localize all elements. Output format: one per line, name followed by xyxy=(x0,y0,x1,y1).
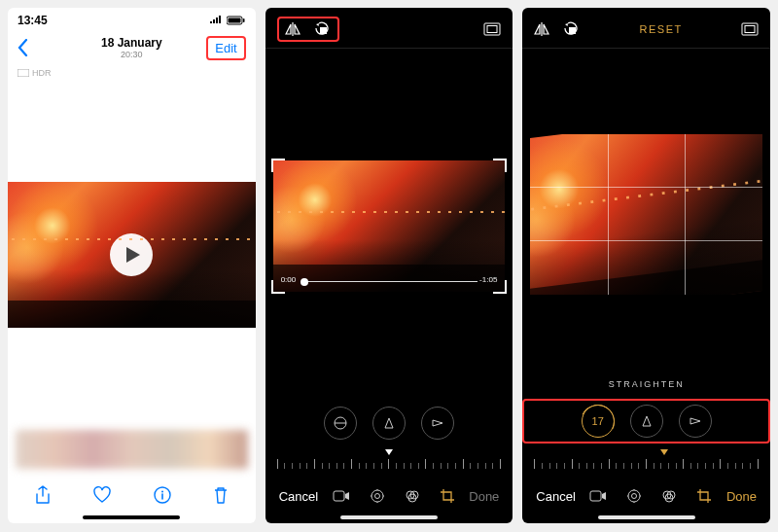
horizontal-perspective-control[interactable] xyxy=(421,407,454,440)
crop-tab[interactable] xyxy=(696,488,712,504)
edit-button[interactable]: Edit xyxy=(206,36,245,60)
back-button[interactable] xyxy=(18,39,29,56)
svg-rect-1 xyxy=(228,18,240,23)
svg-rect-11 xyxy=(334,491,344,501)
trim-scrubber[interactable]: 0:00 -1:05 xyxy=(281,275,498,284)
svg-rect-8 xyxy=(487,25,497,32)
adjust-dial[interactable] xyxy=(534,451,759,469)
video-frame xyxy=(530,134,762,295)
svg-point-13 xyxy=(374,494,379,499)
video-preview[interactable] xyxy=(8,182,256,328)
horizontal-perspective-control[interactable] xyxy=(679,405,712,438)
svg-rect-7 xyxy=(484,23,500,35)
adjust-label: STRAIGHTEN xyxy=(522,379,770,389)
adjust-circles xyxy=(265,403,513,443)
viewer-header: 18 January 20:30 Edit xyxy=(8,29,256,66)
crop-editor-screen: 0:00 -1:05 Cancel Done xyxy=(265,8,513,523)
photos-viewer-screen: 13:45 18 January 20:30 Edit HDR xyxy=(8,8,256,523)
adjust-dial[interactable] xyxy=(277,451,502,469)
thumbnail-strip[interactable] xyxy=(16,430,248,469)
editor-bottom-bar: Cancel Done xyxy=(522,475,770,514)
adjust-tab[interactable] xyxy=(370,488,385,504)
adjust-circles: 17 xyxy=(522,399,770,443)
flip-rotate-group xyxy=(534,21,581,37)
home-indicator[interactable] xyxy=(83,515,180,519)
rotate-icon[interactable] xyxy=(563,21,581,37)
rotate-icon[interactable] xyxy=(314,21,332,37)
hdr-icon xyxy=(18,69,29,77)
svg-point-21 xyxy=(628,490,640,502)
home-indicator[interactable] xyxy=(340,515,438,519)
status-bar: 13:45 xyxy=(8,8,256,29)
crop-frame[interactable] xyxy=(530,134,762,295)
svg-rect-2 xyxy=(243,18,245,22)
hdr-badge: HDR xyxy=(8,66,256,80)
photo-date-title: 18 January 20:30 xyxy=(101,36,162,59)
viewer-content xyxy=(8,80,256,430)
adjust-controls xyxy=(265,403,513,475)
filters-tab[interactable] xyxy=(661,488,677,504)
battery-icon xyxy=(227,16,246,25)
done-button[interactable]: Done xyxy=(469,489,499,504)
done-button[interactable]: Done xyxy=(726,489,757,504)
video-tab[interactable] xyxy=(333,488,350,504)
flip-horizontal-icon[interactable] xyxy=(285,21,302,37)
crop-frame[interactable]: 0:00 -1:05 xyxy=(273,160,506,292)
vertical-perspective-control[interactable] xyxy=(630,405,663,438)
svg-rect-17 xyxy=(569,27,576,34)
filters-tab[interactable] xyxy=(405,488,420,504)
crop-canvas[interactable]: 0:00 -1:05 xyxy=(265,49,513,403)
video-frame: 0:00 -1:05 xyxy=(273,160,506,292)
crop-tab[interactable] xyxy=(440,488,455,504)
status-icons xyxy=(209,16,246,25)
cancel-button[interactable]: Cancel xyxy=(536,489,575,504)
photo-date: 18 January xyxy=(101,36,162,50)
info-button[interactable] xyxy=(154,486,171,504)
crop-canvas[interactable] xyxy=(522,49,770,379)
svg-rect-6 xyxy=(320,27,327,34)
straighten-value: 17 xyxy=(592,415,604,427)
delete-button[interactable] xyxy=(213,485,229,505)
straighten-editor-screen: RESET STRAIGHTEN 17 Cancel xyxy=(522,8,770,523)
home-indicator[interactable] xyxy=(598,515,695,519)
trim-line[interactable] xyxy=(301,281,478,282)
cancel-button[interactable]: Cancel xyxy=(279,489,318,504)
adjust-controls: STRAIGHTEN 17 xyxy=(522,379,770,475)
signal-icon xyxy=(209,16,223,25)
editor-top-bar: RESET xyxy=(522,8,770,49)
editor-bottom-bar: Cancel Done xyxy=(265,475,513,514)
share-button[interactable] xyxy=(35,485,51,505)
svg-point-12 xyxy=(371,490,383,502)
dial-pointer[interactable] xyxy=(660,449,668,455)
vertical-perspective-control[interactable] xyxy=(372,407,406,440)
svg-point-5 xyxy=(161,491,163,493)
editor-mode-tabs xyxy=(333,488,455,504)
straighten-control[interactable] xyxy=(324,407,357,440)
play-button[interactable] xyxy=(110,233,153,276)
status-time: 13:45 xyxy=(18,14,48,27)
dial-pointer[interactable] xyxy=(385,449,393,455)
svg-rect-3 xyxy=(18,69,29,77)
editor-top-bar xyxy=(265,8,513,49)
favorite-button[interactable] xyxy=(92,486,112,504)
flip-rotate-group xyxy=(277,17,339,42)
reset-button[interactable]: RESET xyxy=(640,23,683,35)
viewer-toolbar xyxy=(8,475,256,514)
video-tab[interactable] xyxy=(589,488,607,504)
svg-rect-18 xyxy=(742,23,758,35)
svg-rect-20 xyxy=(590,491,601,501)
photo-time: 20:30 xyxy=(101,50,162,59)
svg-rect-19 xyxy=(745,25,755,32)
aspect-ratio-icon[interactable] xyxy=(741,22,759,36)
adjust-tab[interactable] xyxy=(626,488,642,504)
aspect-ratio-icon[interactable] xyxy=(483,22,501,36)
svg-point-22 xyxy=(632,494,637,499)
straighten-control[interactable]: 17 xyxy=(582,405,615,438)
editor-mode-tabs xyxy=(589,488,712,504)
flip-horizontal-icon[interactable] xyxy=(534,21,551,37)
